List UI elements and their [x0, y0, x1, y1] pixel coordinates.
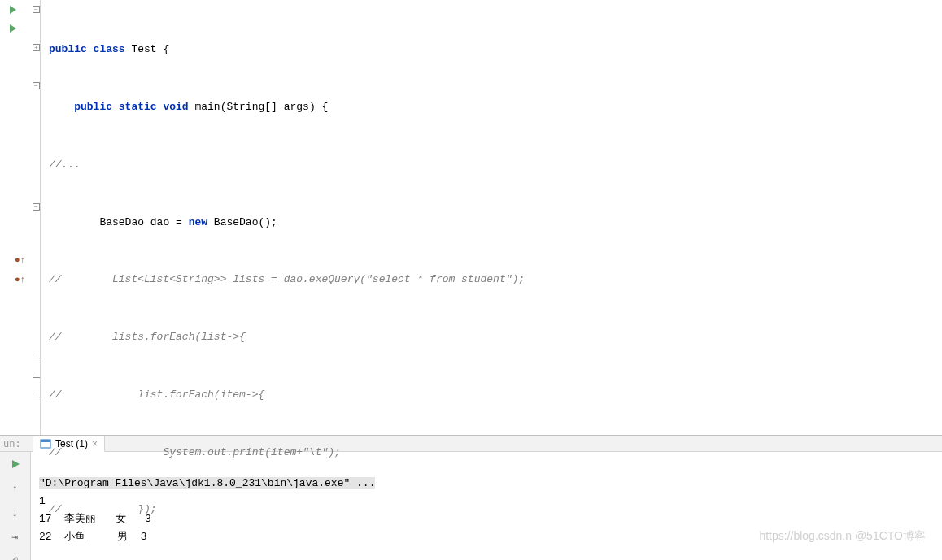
comment: // list.forEach(item->{ — [49, 389, 264, 401]
fold-end-icon — [33, 393, 40, 397]
keyword: public class — [49, 43, 125, 55]
fold-end-icon — [33, 374, 40, 378]
output-line: 1 — [39, 495, 46, 507]
fold-icon[interactable]: − — [33, 82, 40, 89]
output-line: 22 小鱼 男 3 — [39, 531, 147, 543]
text: BaseDao dao = — [49, 216, 189, 228]
comment: // List<List<String>> lists = dao.exeQue… — [49, 273, 525, 285]
text: ) { — [309, 101, 328, 113]
output-line: 17 李美丽 女 3 — [39, 513, 151, 525]
fold-icon[interactable]: − — [33, 203, 40, 211]
text: Test { — [125, 43, 170, 55]
console-output[interactable]: "D:\Program Files\Java\jdk1.8.0_231\bin\… — [31, 452, 942, 560]
fold-end-icon — [33, 354, 40, 358]
down-button[interactable]: ↓ — [7, 504, 24, 522]
up-button[interactable]: ↑ — [7, 480, 24, 497]
svg-rect-1 — [41, 440, 50, 442]
fold-icon[interactable]: − — [33, 6, 40, 13]
run-main-icon[interactable] — [10, 24, 16, 33]
text: main(String[] — [189, 101, 284, 113]
run-toolbar: ↑ ↓ ⇥ ⎙ — [0, 452, 31, 560]
rerun-button[interactable] — [7, 455, 24, 473]
comment: //... — [49, 158, 81, 171]
keyword: public static void — [49, 101, 189, 113]
wrap-button[interactable]: ⇥ — [7, 528, 24, 546]
svg-marker-2 — [12, 460, 20, 468]
editor-gutter: − + − − ●↑ ●↑ — [0, 0, 41, 435]
breakpoint-icon[interactable]: ●↑ — [15, 275, 26, 286]
keyword: new — [189, 216, 207, 228]
fold-icon[interactable]: + — [33, 44, 40, 51]
code-content[interactable]: public class Test { public static void m… — [41, 0, 942, 435]
command-line: "D:\Program Files\Java\jdk1.8.0_231\bin\… — [39, 477, 375, 489]
breakpoint-icon[interactable]: ●↑ — [15, 255, 26, 267]
run-class-icon[interactable] — [10, 6, 16, 14]
run-label: un: — [3, 438, 21, 449]
comment: // lists.forEach(list->{ — [49, 331, 246, 343]
param: args — [284, 101, 309, 113]
watermark: https://blog.csdn.n @51CTO博客 — [759, 529, 926, 544]
text: BaseDao(); — [207, 216, 277, 228]
print-button[interactable]: ⎙ — [7, 553, 24, 560]
code-editor[interactable]: − + − − ●↑ ●↑ public class Test { public… — [0, 0, 942, 435]
